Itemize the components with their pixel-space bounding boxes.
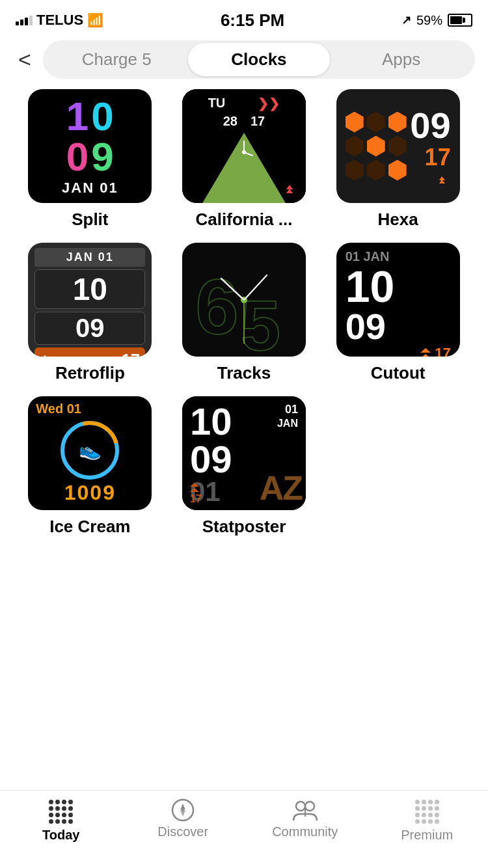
svg-text:6: 6 [195, 263, 239, 350]
clock-face-hexa[interactable]: 09 17 [336, 89, 460, 203]
nav-discover[interactable]: Discover [122, 798, 245, 839]
svg-marker-4 [286, 189, 293, 193]
clock-item-split[interactable]: 1 0 0 9 JAN 01 Split [20, 89, 161, 230]
clock-item-icecream[interactable]: Wed 01 👟 1009 Ice Cream [20, 396, 161, 537]
wifi-icon: 📶 [87, 12, 103, 28]
tab-clocks[interactable]: Clocks [188, 43, 331, 76]
nav-header: < Charge 5 Clocks Apps [0, 35, 488, 89]
nav-premium[interactable]: Premium [366, 798, 489, 843]
svg-marker-5 [439, 176, 445, 180]
tab-charge5[interactable]: Charge 5 [46, 43, 188, 76]
svg-point-18 [305, 802, 314, 811]
clock-label-icecream: Ice Cream [49, 517, 130, 537]
svg-text:5: 5 [241, 285, 280, 357]
clock-item-cutout[interactable]: 01 JAN 10 09 17 Cutout [327, 243, 468, 383]
clock-label-split: Split [72, 210, 108, 230]
status-bar: TELUS 📶 6:15 PM ↗ 59% [0, 0, 488, 35]
clock-face-retroflip[interactable]: JAN 01 10 09 17 [28, 243, 152, 357]
clock-face-california[interactable]: TU ❯❯ 28 17 [182, 89, 306, 203]
clock-label-cutout: Cutout [371, 363, 426, 383]
clock-face-split[interactable]: 1 0 0 9 JAN 01 [28, 89, 152, 203]
premium-icon [414, 798, 441, 825]
clock-face-icecream[interactable]: Wed 01 👟 1009 [28, 396, 152, 510]
clock-label-hexa: Hexa [378, 210, 418, 230]
clock-label-california: California ... [196, 210, 293, 230]
discover-label: Discover [157, 824, 208, 839]
clock-label-retroflip: Retroflip [55, 363, 125, 383]
page-content: 1 0 0 9 JAN 01 Split TU ❯❯ [0, 89, 488, 621]
battery-percent: 59% [416, 13, 442, 28]
signal-icon [16, 16, 33, 25]
svg-marker-3 [286, 185, 293, 189]
clock-item-retroflip[interactable]: JAN 01 10 09 17 Retroflip [20, 243, 161, 383]
clock-item-statposter[interactable]: 10 09 01 01 JAN AZ 17 Statp [174, 396, 315, 537]
community-icon [291, 798, 319, 822]
nav-community[interactable]: Community [244, 798, 366, 839]
svg-line-2 [244, 152, 252, 156]
clock-face-tracks[interactable]: 6 5 [182, 243, 306, 357]
premium-label: Premium [401, 828, 453, 843]
nav-today[interactable]: Today [0, 798, 122, 843]
status-left: TELUS 📶 [16, 12, 103, 29]
clock-item-california[interactable]: TU ❯❯ 28 17 [174, 89, 315, 230]
today-label: Today [42, 828, 79, 843]
compass-icon [171, 798, 195, 822]
clock-label: 6:15 PM [221, 10, 284, 31]
status-right: ↗ 59% [401, 13, 472, 28]
location-icon: ↗ [401, 13, 411, 27]
carrier-label: TELUS [36, 12, 83, 29]
clock-item-hexa[interactable]: 09 17 Hexa [327, 89, 468, 230]
clock-label-statposter: Statposter [202, 517, 286, 537]
back-button[interactable]: < [13, 47, 36, 72]
svg-point-17 [296, 802, 305, 811]
clock-label-tracks: Tracks [217, 363, 271, 383]
today-icon [47, 798, 74, 825]
clock-face-statposter[interactable]: 10 09 01 01 JAN AZ 17 [182, 396, 306, 510]
bottom-nav: Today Discover Community Premiu [0, 790, 488, 868]
clock-face-cutout[interactable]: 01 JAN 10 09 17 [336, 243, 460, 357]
clock-grid: 1 0 0 9 JAN 01 Split TU ❯❯ [0, 89, 488, 537]
battery-icon [448, 14, 472, 27]
svg-point-16 [182, 809, 184, 811]
clock-item-tracks[interactable]: 6 5 Tracks [174, 243, 315, 383]
tab-apps[interactable]: Apps [330, 43, 472, 76]
tab-container: Charge 5 Clocks Apps [43, 40, 475, 79]
community-label: Community [272, 824, 338, 839]
